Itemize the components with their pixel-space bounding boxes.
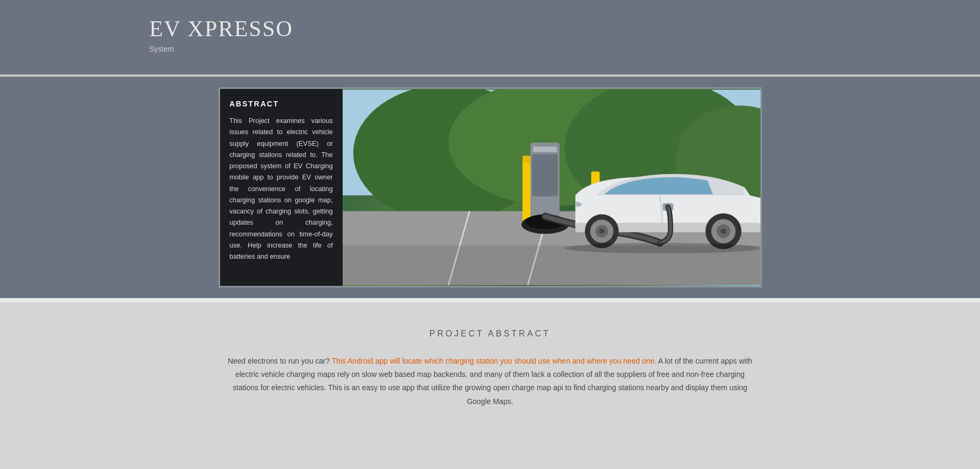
svg-point-25 — [720, 228, 726, 234]
site-title: EV Xpresso — [149, 16, 293, 42]
svg-rect-28 — [343, 245, 760, 285]
header-content: EV Xpresso System — [149, 16, 293, 53]
abstract-panel-title: ABSTRACT — [230, 100, 333, 108]
abstract-panel-text: This Project examines various issues rel… — [230, 116, 333, 262]
bottom-content-area: PROJECT ABSTRACT Need electrons to run y… — [0, 302, 980, 440]
body-highlight: This Android app will locate which charg… — [331, 357, 656, 365]
hero-image — [343, 89, 760, 286]
project-abstract-body: Need electrons to run you car? This Andr… — [224, 355, 757, 408]
svg-rect-12 — [533, 147, 557, 152]
hero-image-svg — [343, 89, 760, 286]
hero-section: ABSTRACT This Project examines various i… — [0, 77, 980, 298]
title-ev: EV — [149, 17, 188, 41]
svg-point-21 — [599, 228, 604, 234]
abstract-panel: ABSTRACT This Project examines various i… — [220, 89, 343, 286]
hero-frame: ABSTRACT This Project examines various i… — [218, 87, 762, 287]
title-xpresso: Xpresso — [188, 17, 293, 41]
bottom-section: PROJECT ABSTRACT Need electrons to run y… — [0, 302, 980, 440]
body-prefix: Need electrons to run you car? — [228, 357, 331, 365]
project-abstract-title: PROJECT ABSTRACT — [149, 329, 831, 339]
site-header: EV Xpresso System — [0, 0, 980, 75]
site-subtitle: System — [149, 45, 293, 53]
svg-rect-13 — [532, 154, 558, 196]
separator-hero-bottom — [0, 298, 980, 302]
hero-inner: ABSTRACT This Project examines various i… — [0, 87, 980, 287]
